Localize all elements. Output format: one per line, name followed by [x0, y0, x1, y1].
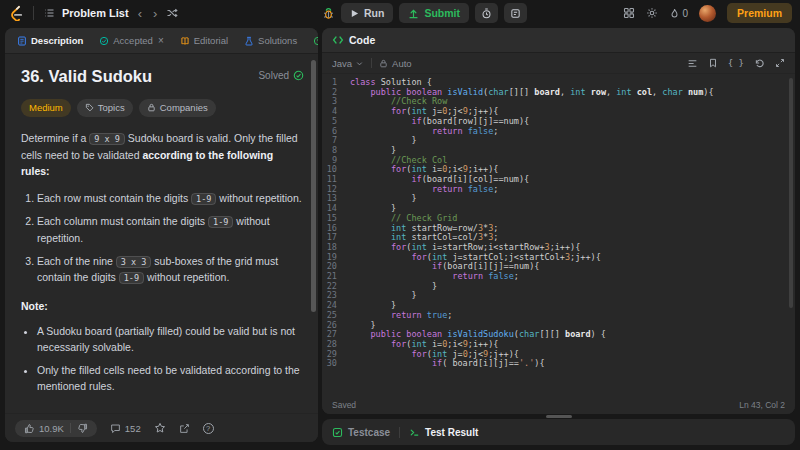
- submit-button[interactable]: Submit: [399, 3, 469, 23]
- user-avatar[interactable]: [699, 5, 716, 22]
- problem-list-button[interactable]: Problem List: [62, 7, 129, 19]
- close-tab-icon[interactable]: ×: [158, 35, 164, 46]
- top-navigation-bar: Problem List ‹ › Run Submit: [0, 0, 800, 26]
- accepted-icon: [99, 36, 109, 46]
- debugger-icon[interactable]: [322, 7, 335, 20]
- tab-solutions[interactable]: Solutions: [238, 28, 303, 53]
- settings-gear-icon[interactable]: [646, 7, 658, 19]
- panel-resize-handle[interactable]: [546, 415, 572, 418]
- tag-icon: [85, 103, 94, 112]
- timer-button[interactable]: [475, 3, 498, 23]
- comment-icon: [110, 423, 121, 434]
- tab-accepted[interactable]: Accepted ×: [93, 28, 169, 53]
- play-icon: [350, 9, 359, 18]
- upload-icon: [408, 8, 419, 19]
- prev-problem-button[interactable]: ‹: [136, 7, 144, 20]
- saved-indicator: Saved: [332, 400, 356, 410]
- note-item: Only the filled cells need to be validat…: [37, 362, 304, 395]
- document-icon: [17, 36, 27, 46]
- timer-icon: [481, 8, 492, 19]
- problem-content: 36. Valid Sudoku Solved Medium Topics Co…: [5, 54, 318, 442]
- rules-list: Each row must contain the digits 1-9 wit…: [37, 190, 304, 285]
- favorite-button[interactable]: [154, 422, 166, 434]
- note-item: A Sudoku board (partially filled) could …: [37, 323, 304, 356]
- next-problem-button[interactable]: ›: [151, 7, 159, 20]
- share-icon: [179, 423, 190, 434]
- history-icon: [313, 36, 318, 46]
- code-line[interactable]: 25 return true;: [322, 311, 795, 321]
- shuffle-icon[interactable]: [166, 7, 178, 19]
- tab-editorial[interactable]: Editorial: [174, 28, 234, 53]
- description-panel: Description Accepted × Editorial Solutio…: [5, 28, 318, 442]
- lock-icon: [379, 59, 388, 68]
- tab-testcase[interactable]: Testcase: [332, 427, 390, 438]
- terminal-icon: [409, 427, 420, 438]
- code-tab-label[interactable]: Code: [349, 34, 375, 46]
- run-label: Run: [364, 7, 384, 19]
- code-panel-header: Code: [322, 28, 795, 53]
- question-icon: ?: [203, 423, 214, 434]
- language-selector[interactable]: Java: [332, 58, 364, 69]
- editor-toolbar: Java Auto { }: [322, 53, 795, 74]
- difficulty-badge[interactable]: Medium: [21, 99, 71, 118]
- submit-label: Submit: [424, 7, 460, 19]
- problem-title: 36. Valid Sudoku: [21, 64, 152, 90]
- notes-icon: [510, 8, 521, 19]
- like-button[interactable]: 10.9K: [24, 423, 64, 434]
- lock-icon: [147, 103, 156, 112]
- note-heading: Note:: [21, 298, 304, 314]
- problem-footer-toolbar: 10.9K 152 ?: [5, 413, 318, 442]
- tab-submissions[interactable]: Submissions: [307, 28, 318, 53]
- description-scrollbar[interactable]: [311, 60, 316, 312]
- notes-list: A Sudoku board (partially filled) could …: [37, 323, 304, 395]
- code-editor-panel: Code Java Auto { } 1class Solution {2 pu…: [322, 28, 795, 414]
- chevron-down-icon: [355, 59, 364, 68]
- comments-button[interactable]: 152: [110, 423, 141, 434]
- cursor-position[interactable]: Ln 43, Col 2: [739, 400, 785, 410]
- premium-button[interactable]: Premium: [727, 3, 792, 23]
- streak-counter[interactable]: 0: [669, 8, 689, 19]
- fullscreen-icon[interactable]: [775, 58, 785, 68]
- check-circle-icon: [293, 70, 304, 81]
- auto-complete-toggle[interactable]: Auto: [379, 58, 412, 69]
- book-icon: [180, 36, 190, 46]
- share-button[interactable]: [179, 423, 190, 434]
- rule-item: Each of the nine 3 x 3 sub-boxes of the …: [37, 253, 304, 286]
- console-panel: Testcase Test Result: [322, 419, 795, 445]
- leetcode-logo[interactable]: [8, 5, 24, 21]
- comment-count: 152: [125, 423, 141, 434]
- thumbs-up-icon: [24, 423, 35, 434]
- bookmark-icon[interactable]: [708, 58, 718, 68]
- layout-icon[interactable]: [623, 7, 635, 19]
- check-square-icon: [332, 427, 343, 438]
- topics-badge[interactable]: Topics: [77, 99, 133, 118]
- solved-status-badge: Solved: [258, 68, 304, 84]
- like-count: 10.9K: [39, 423, 64, 434]
- editor-scrollbar[interactable]: [789, 78, 793, 308]
- tab-test-result[interactable]: Test Result: [409, 427, 478, 438]
- flask-icon: [244, 36, 254, 46]
- divider: [33, 6, 34, 20]
- problem-list-icon[interactable]: [43, 7, 55, 19]
- code-editor[interactable]: 1class Solution {2 public boolean isVali…: [322, 74, 795, 369]
- flame-icon: [669, 8, 680, 19]
- streak-count: 0: [683, 8, 689, 19]
- tab-description[interactable]: Description: [11, 28, 89, 53]
- companies-badge[interactable]: Companies: [139, 99, 216, 118]
- snippets-icon[interactable]: { }: [728, 58, 744, 68]
- editor-status-bar: Saved Ln 43, Col 2: [322, 396, 795, 414]
- feedback-button[interactable]: ?: [203, 423, 214, 434]
- rule-item: Each column must contain the digits 1-9 …: [37, 213, 304, 246]
- line-number: 30: [322, 359, 350, 369]
- description-tab-bar: Description Accepted × Editorial Solutio…: [5, 28, 318, 54]
- run-button[interactable]: Run: [341, 3, 393, 23]
- code-line[interactable]: 30 if( board[i][j]=='.'){: [322, 359, 795, 369]
- problem-intro: Determine if a 9 x 9 Sudoku board is val…: [21, 130, 304, 179]
- notes-button[interactable]: [504, 3, 527, 23]
- vote-widget: 10.9K: [15, 420, 97, 437]
- rule-item: Each row must contain the digits 1-9 wit…: [37, 190, 304, 206]
- thumbs-down-icon: [77, 423, 88, 434]
- reset-code-icon[interactable]: [754, 58, 765, 69]
- dislike-button[interactable]: [77, 423, 88, 434]
- format-code-icon[interactable]: [687, 58, 698, 69]
